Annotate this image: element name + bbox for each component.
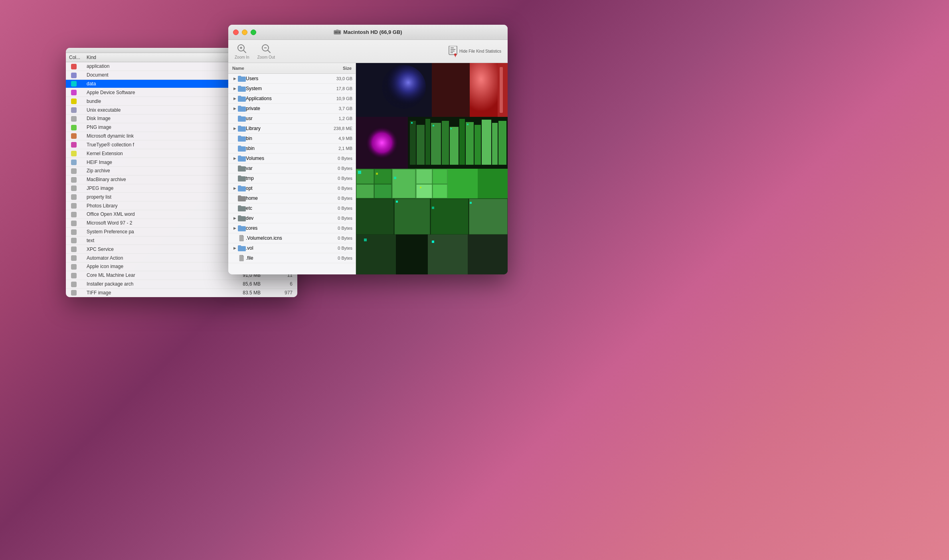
file-name: private	[246, 106, 320, 111]
list-item[interactable]: ▶ Volumes 0 Bytes	[228, 154, 356, 164]
zoom-out-button[interactable]: Zoom Out	[257, 43, 275, 59]
list-item[interactable]: home 0 Bytes	[228, 193, 356, 203]
zoom-in-button[interactable]: Zoom In	[235, 43, 249, 59]
hd-icon	[334, 30, 341, 35]
file-size: 2,1 MB	[320, 146, 352, 151]
list-item[interactable]: sbin 2,1 MB	[228, 144, 356, 154]
row-kind-cell: bundle	[83, 97, 225, 106]
file-size: 0 Bytes	[320, 196, 352, 201]
list-item[interactable]: ▶ private 3,7 GB	[228, 104, 356, 114]
file-name: usr	[246, 116, 320, 121]
zoom-out-icon	[261, 43, 272, 54]
row-kind-cell: JPEG image	[83, 184, 225, 193]
folder-icon	[238, 125, 246, 132]
file-list-items: ▶ Users 33,0 GB ▶ System 17,8 GB ▶ Appli…	[228, 74, 356, 263]
svg-rect-54	[374, 169, 391, 184]
svg-point-21	[382, 65, 426, 109]
file-list-panel[interactable]: Name Size ▶ Users 33,0 GB ▶ System 17,8 …	[228, 63, 356, 274]
row-swatch-cell	[66, 97, 83, 106]
svg-rect-65	[356, 199, 394, 235]
treemap-svg	[356, 63, 508, 274]
row-swatch-cell	[66, 158, 83, 167]
chevron-placeholder	[231, 115, 238, 122]
list-item[interactable]: ▶ cores 0 Bytes	[228, 223, 356, 233]
file-icon	[238, 255, 246, 261]
row-kind-cell: Kernel Extension	[83, 149, 225, 158]
svg-rect-35	[431, 123, 441, 165]
row-kind-cell: PNG image	[83, 123, 225, 132]
list-item[interactable]: ▶ dev 0 Bytes	[228, 213, 356, 223]
color-swatch	[71, 282, 77, 287]
svg-rect-51	[448, 169, 478, 199]
row-kind-cell: HEIF Image	[83, 158, 225, 167]
color-swatch	[71, 90, 77, 95]
row-swatch-cell	[66, 149, 83, 158]
svg-rect-15	[451, 52, 453, 53]
svg-rect-47	[467, 124, 469, 125]
color-swatch	[71, 185, 77, 191]
maximize-button[interactable]	[251, 30, 256, 35]
row-kind-cell: Automator Action	[83, 254, 225, 262]
svg-rect-12	[451, 47, 454, 48]
list-item[interactable]: bin 4,9 MB	[228, 134, 356, 144]
chevron-placeholder	[231, 165, 238, 172]
list-item[interactable]: var 0 Bytes	[228, 164, 356, 174]
folder-icon	[238, 145, 246, 152]
file-size: 0 Bytes	[320, 156, 352, 161]
svg-rect-40	[475, 125, 481, 165]
list-item[interactable]: ▶ Users 33,0 GB	[228, 74, 356, 84]
svg-rect-42	[492, 123, 498, 165]
color-swatch	[71, 142, 77, 148]
col-header-col[interactable]: Col...	[66, 53, 83, 62]
table-row[interactable]: Installer package arch 85,6 MB 6	[66, 280, 297, 288]
color-swatch	[71, 255, 77, 261]
list-item[interactable]: ▶ System 17,8 GB	[228, 84, 356, 94]
row-kind-cell: Apple icon image	[83, 262, 225, 271]
list-item[interactable]: etc 0 Bytes	[228, 203, 356, 213]
row-swatch-cell	[66, 79, 83, 88]
color-swatch	[71, 212, 77, 217]
list-item[interactable]: ▶ Library 238,8 ME	[228, 124, 356, 134]
list-item[interactable]: tmp 0 Bytes	[228, 174, 356, 183]
color-swatch	[71, 194, 77, 200]
list-item[interactable]: ▶ opt 0 Bytes	[228, 183, 356, 193]
color-swatch	[71, 116, 77, 122]
svg-rect-69	[356, 235, 396, 274]
chevron-placeholder	[231, 235, 238, 241]
close-button[interactable]	[233, 30, 239, 35]
svg-rect-44	[411, 122, 413, 124]
color-swatch	[71, 238, 77, 243]
chevron-icon: ▶	[231, 95, 238, 102]
minimize-button[interactable]	[242, 30, 247, 35]
folder-icon	[238, 175, 246, 181]
svg-rect-56	[374, 184, 391, 198]
list-item[interactable]: usr 1,2 GB	[228, 114, 356, 124]
file-name: Volumes	[246, 156, 320, 161]
row-swatch-cell	[66, 132, 83, 140]
file-name: sbin	[246, 146, 320, 151]
table-row[interactable]: TIFF image 83.5 MB 977	[66, 288, 297, 297]
file-name: .vol	[246, 245, 320, 251]
row-swatch-cell	[66, 62, 83, 71]
svg-rect-22	[432, 63, 470, 117]
col-header-kind[interactable]: Kind	[83, 53, 225, 62]
toolbar-right: Hide File Kind Statistics	[448, 46, 501, 57]
list-item[interactable]: .file 0 Bytes	[228, 253, 356, 263]
chevron-placeholder	[231, 145, 238, 152]
svg-point-17	[454, 53, 457, 56]
svg-rect-66	[394, 199, 430, 235]
file-name: .file	[246, 255, 320, 261]
color-swatch	[71, 73, 77, 78]
row-kind-cell: application	[83, 62, 225, 71]
row-swatch-cell	[66, 88, 83, 97]
file-name: .VolumeIcon.icns	[246, 235, 320, 241]
list-item[interactable]: ▶ Applications 10,9 GB	[228, 94, 356, 104]
list-item[interactable]: .VolumeIcon.icns 0 Bytes	[228, 233, 356, 243]
hide-stats-button[interactable]: Hide File Kind Statistics	[448, 46, 501, 57]
folder-icon	[238, 115, 246, 122]
folder-icon	[238, 165, 246, 172]
folder-icon	[238, 225, 246, 231]
list-item[interactable]: ▶ .vol 0 Bytes	[228, 243, 356, 253]
svg-rect-58	[416, 169, 432, 184]
svg-point-30	[366, 127, 398, 159]
